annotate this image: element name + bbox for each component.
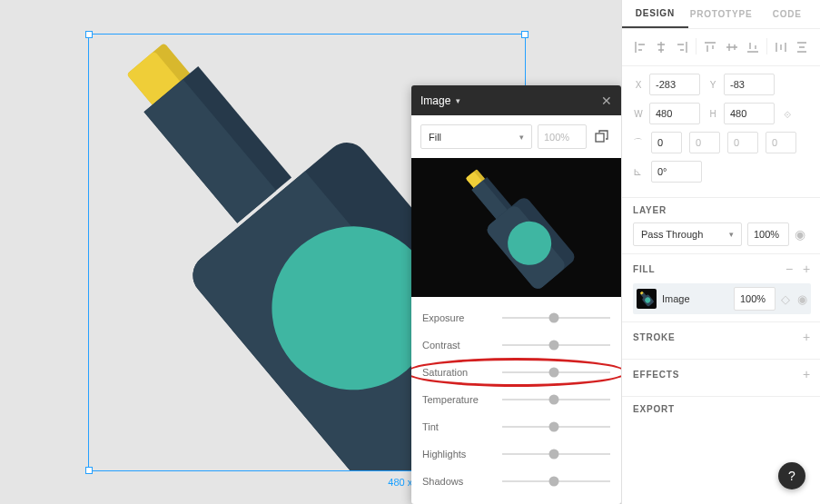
adjustment-label: Exposure xyxy=(422,312,495,323)
adjustments-list: ExposureContrastSaturationTemperatureTin… xyxy=(411,297,621,504)
adjustment-slider[interactable] xyxy=(502,399,610,400)
corner-radius-tr[interactable]: 0 xyxy=(689,132,720,153)
section-export-title: EXPORT xyxy=(633,404,675,414)
inspector-tabs: DESIGN PROTOTYPE CODE xyxy=(622,0,820,29)
blend-mode-value: Pass Through xyxy=(641,229,703,240)
rotation-input[interactable]: 0° xyxy=(651,161,702,183)
layer-opacity-input[interactable]: 100% xyxy=(747,222,789,246)
corner-radius-br[interactable]: 0 xyxy=(727,132,758,153)
adjustment-label: Temperature xyxy=(422,394,495,405)
adjustment-label: Tint xyxy=(422,421,495,432)
section-stroke-title: STROKE xyxy=(633,332,675,342)
adjustment-highlights: Highlights xyxy=(411,440,621,468)
section-fill-header: FILL − + xyxy=(633,262,811,276)
tab-design[interactable]: DESIGN xyxy=(622,0,688,28)
adjustment-slider[interactable] xyxy=(502,344,610,346)
corner-radius-input[interactable]: 0 xyxy=(651,132,682,153)
section-fill-title: FILL xyxy=(633,264,655,274)
adjustment-shadows: Shadows xyxy=(411,468,621,495)
adjustment-label: Highlights xyxy=(422,449,495,460)
resize-handle-tr[interactable] xyxy=(521,31,529,38)
caret-down-icon: ▾ xyxy=(519,133,524,142)
angle-icon: ⊾ xyxy=(633,165,644,178)
popover-header: Image ▾ ✕ xyxy=(411,85,621,115)
detach-fill-icon[interactable]: ◇ xyxy=(781,292,790,306)
adjustment-slider[interactable] xyxy=(502,453,610,455)
image-preview xyxy=(411,158,621,297)
image-fill-mode-value: Fill xyxy=(429,132,441,143)
popover-title: Image xyxy=(420,94,450,107)
image-fill-mode-select[interactable]: Fill ▾ xyxy=(420,124,532,149)
fill-opacity-input[interactable]: 100% xyxy=(734,287,776,311)
section-stroke-header: STROKE + xyxy=(633,330,811,344)
close-icon[interactable]: ✕ xyxy=(601,94,612,108)
section-layer-title: LAYER xyxy=(633,205,667,215)
section-layer-header: LAYER xyxy=(633,205,811,215)
svg-rect-5 xyxy=(596,133,604,142)
tab-code[interactable]: CODE xyxy=(754,0,820,28)
visibility-icon[interactable]: ◉ xyxy=(795,227,811,242)
image-opacity-placeholder: 100% xyxy=(544,132,569,143)
help-button[interactable]: ? xyxy=(778,462,805,489)
fill-visibility-icon[interactable]: ◉ xyxy=(797,292,807,306)
tab-prototype[interactable]: PROTOTYPE xyxy=(688,0,755,28)
align-bottom-icon[interactable] xyxy=(744,38,762,56)
adjustment-label: Contrast xyxy=(422,340,495,351)
add-effect-icon[interactable]: + xyxy=(803,367,811,381)
align-left-icon[interactable] xyxy=(631,38,649,56)
align-top-icon[interactable] xyxy=(701,38,719,56)
blend-mode-select[interactable]: Pass Through ▾ xyxy=(633,222,742,246)
add-stroke-icon[interactable]: + xyxy=(803,330,811,344)
properties-panel: DESIGN PROTOTYPE CODE X-283 Y-83 W480 H4… xyxy=(621,0,820,504)
adjustment-saturation: Saturation xyxy=(411,359,621,386)
resize-handle-bl[interactable] xyxy=(85,467,93,474)
caret-down-icon: ▾ xyxy=(729,230,734,239)
section-effects-header: EFFECTS + xyxy=(633,367,811,381)
adjustment-slider[interactable] xyxy=(502,371,610,373)
add-fill-icon[interactable]: + xyxy=(803,262,811,276)
adjustment-label: Shadows xyxy=(422,476,495,487)
remove-fill-icon[interactable]: − xyxy=(785,262,794,276)
frame-h-input[interactable]: 480 xyxy=(724,103,775,124)
adjustment-slider[interactable] xyxy=(502,426,610,428)
align-right-icon[interactable] xyxy=(673,38,691,56)
rotate-image-icon[interactable] xyxy=(592,127,612,147)
adjustment-temperature: Temperature xyxy=(411,386,621,413)
fill-name: Image xyxy=(662,293,728,304)
corner-radius-bl[interactable]: 0 xyxy=(766,132,796,153)
frame-x-input[interactable]: -283 xyxy=(649,74,700,95)
align-vcenter-icon[interactable] xyxy=(722,38,740,56)
adjustment-tint: Tint xyxy=(411,413,621,440)
distribute-v-icon[interactable] xyxy=(793,38,811,56)
adjustment-slider[interactable] xyxy=(502,480,610,482)
resize-handle-tl[interactable] xyxy=(85,31,93,38)
fill-image-row[interactable]: Image 100% ◇ ◉ xyxy=(633,283,811,314)
section-export-header: EXPORT xyxy=(633,404,811,414)
distribute-h-icon[interactable] xyxy=(772,38,790,56)
image-settings-popover: Image ▾ ✕ Fill ▾ 100% xyxy=(411,85,621,504)
fill-swatch[interactable] xyxy=(637,289,657,309)
alignment-controls xyxy=(622,29,820,65)
section-effects-title: EFFECTS xyxy=(633,370,679,380)
adjustment-contrast: Contrast xyxy=(411,331,621,359)
chevron-down-icon[interactable]: ▾ xyxy=(456,96,460,105)
help-label: ? xyxy=(788,469,795,483)
image-opacity-field[interactable]: 100% xyxy=(538,124,587,149)
adjustment-exposure: Exposure xyxy=(411,304,621,331)
align-hcenter-icon[interactable] xyxy=(652,38,670,56)
adjustment-slider[interactable] xyxy=(502,317,610,319)
frame-y-input[interactable]: -83 xyxy=(724,74,775,95)
frame-w-input[interactable]: 480 xyxy=(649,103,700,124)
adjustment-label: Saturation xyxy=(422,367,495,378)
constrain-proportions-icon[interactable]: ⟐ xyxy=(782,106,791,121)
